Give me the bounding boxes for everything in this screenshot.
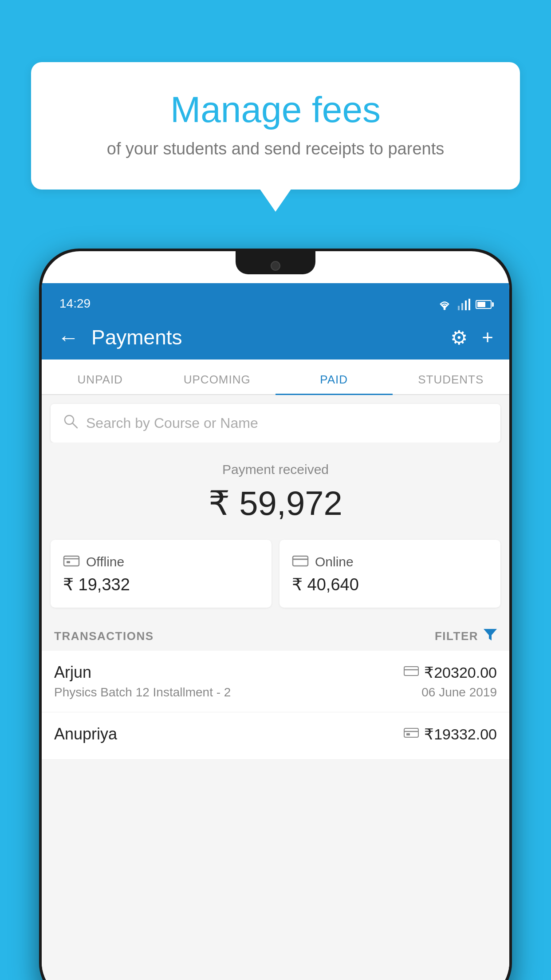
offline-card-header: Offline [63, 553, 259, 570]
tab-paid[interactable]: PAID [276, 373, 393, 395]
svg-line-2 [73, 423, 77, 428]
transaction-row-bottom: Physics Batch 12 Installment - 2 06 June… [54, 685, 497, 699]
speech-bubble-container: Manage fees of your students and send re… [31, 62, 520, 190]
transaction-row-top: Arjun ₹20320.00 [54, 663, 497, 682]
settings-icon[interactable]: ⚙ [450, 326, 468, 349]
bubble-title: Manage fees [67, 89, 484, 130]
transaction-card-icon [404, 665, 419, 680]
offline-label: Offline [86, 554, 124, 569]
status-icons [437, 298, 492, 311]
transactions-label: TRANSACTIONS [54, 629, 154, 643]
transaction-item[interactable]: Arjun ₹20320.00 [42, 651, 509, 712]
back-button[interactable]: ← [58, 325, 79, 350]
add-icon[interactable]: + [482, 326, 493, 348]
app-header: ← Payments ⚙ + [42, 315, 509, 360]
phone-screen: 14:29 [42, 251, 509, 980]
payment-cards: Offline ₹ 19,332 Online [42, 535, 509, 620]
online-card-header: Online [292, 553, 488, 570]
svg-rect-3 [64, 556, 79, 566]
svg-rect-11 [404, 728, 418, 737]
transaction-row-top: Anupriya ₹19332.00 [54, 725, 497, 743]
speech-bubble: Manage fees of your students and send re… [31, 62, 520, 190]
front-camera [271, 261, 280, 271]
phone-frame: 14:29 [39, 249, 512, 980]
transaction-name: Anupriya [54, 725, 117, 743]
svg-marker-8 [484, 629, 497, 640]
payment-section: Payment received ₹ 59,972 [42, 443, 509, 535]
filter-area[interactable]: FILTER [435, 629, 497, 644]
wifi-icon [437, 298, 453, 311]
tab-upcoming[interactable]: UPCOMING [159, 373, 276, 395]
screen-content: 14:29 [42, 251, 509, 980]
transaction-desc: Physics Batch 12 Installment - 2 [54, 685, 231, 699]
svg-rect-9 [404, 667, 418, 676]
header-title: Payments [91, 325, 450, 349]
tabs-container: UNPAID UPCOMING PAID STUDENTS [42, 360, 509, 395]
offline-amount: ₹ 19,332 [63, 575, 259, 594]
svg-point-0 [444, 308, 446, 310]
transaction-amount-wrap: ₹19332.00 [404, 725, 497, 743]
bubble-subtitle: of your students and send receipts to pa… [67, 139, 484, 158]
payment-amount: ₹ 59,972 [51, 483, 500, 523]
offline-icon [63, 553, 80, 570]
online-icon [292, 553, 309, 570]
tab-unpaid[interactable]: UNPAID [42, 373, 159, 395]
filter-icon [484, 629, 497, 644]
online-card: Online ₹ 40,640 [279, 540, 500, 608]
transaction-amount: ₹19332.00 [424, 725, 497, 743]
transaction-amount-wrap: ₹20320.00 [404, 664, 497, 681]
filter-label: FILTER [435, 629, 478, 643]
online-amount: ₹ 40,640 [292, 575, 488, 594]
offline-card: Offline ₹ 19,332 [51, 540, 272, 608]
svg-rect-13 [406, 733, 410, 735]
header-icons: ⚙ + [450, 326, 493, 349]
transactions-header: TRANSACTIONS FILTER [42, 620, 509, 651]
transaction-date: 06 June 2019 [421, 685, 497, 699]
phone-notch [236, 251, 315, 274]
transaction-list: Arjun ₹20320.00 [42, 651, 509, 760]
tab-students[interactable]: STUDENTS [393, 373, 510, 395]
payment-label: Payment received [51, 462, 500, 477]
transaction-name: Arjun [54, 663, 91, 682]
search-bar[interactable]: Search by Course or Name [51, 404, 500, 443]
status-bar: 14:29 [42, 283, 509, 315]
search-input[interactable]: Search by Course or Name [86, 415, 258, 431]
status-time: 14:29 [59, 296, 91, 311]
online-label: Online [315, 554, 354, 569]
battery-icon [476, 300, 492, 309]
svg-point-1 [65, 415, 74, 424]
transaction-item[interactable]: Anupriya ₹19332.00 [42, 712, 509, 760]
battery-fill [477, 302, 485, 307]
svg-rect-6 [293, 556, 308, 566]
svg-rect-5 [67, 561, 70, 563]
signal-icon [458, 299, 470, 310]
transaction-offline-icon [404, 727, 419, 742]
transaction-amount: ₹20320.00 [424, 664, 497, 681]
main-content: Search by Course or Name Payment receive… [42, 395, 509, 980]
search-icon [63, 414, 78, 433]
